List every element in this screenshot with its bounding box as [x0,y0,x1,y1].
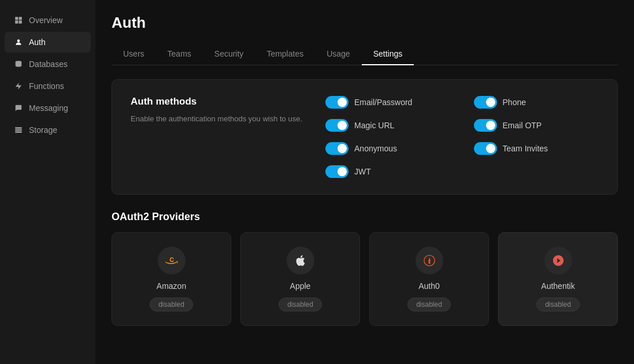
toggle-anonymous[interactable] [325,142,348,155]
sidebar-item-storage[interactable]: Storage [5,120,91,140]
provider-card-apple[interactable]: Apple disabled [240,232,360,326]
svg-point-11 [428,262,431,264]
provider-name-auth0: Auth0 [418,281,440,291]
toggle-email-otp[interactable] [474,119,497,132]
overview-icon [14,16,23,25]
sidebar: Overview Auth Databases Functions Messag… [0,0,95,364]
page-title: Auth [112,14,618,32]
toggle-row-team-invites: Team Invites [474,142,599,155]
tab-settings[interactable]: Settings [362,43,414,65]
functions-icon [14,81,23,91]
toggle-magic-url[interactable] [325,119,348,132]
provider-card-authentik[interactable]: Authentik disabled [498,232,618,326]
toggle-row-email-otp: Email OTP [474,119,599,132]
toggle-team-invites[interactable] [474,142,497,155]
auth-methods-desc: Enable the authentication methods you wi… [131,113,302,125]
svg-rect-7 [15,127,22,128]
provider-name-amazon: Amazon [157,281,186,291]
svg-point-4 [17,39,20,42]
provider-card-auth0[interactable]: Auth0 disabled [369,232,489,326]
toggle-row-magic-url: Magic URL [325,119,450,132]
main-content: Auth UsersTeamsSecurityTemplatesUsageSet… [95,0,634,364]
messaging-icon [14,103,23,113]
toggle-row-email-password: Email/Password [325,96,450,109]
toggle-label-email-password: Email/Password [354,98,412,107]
auth-icon [14,38,23,47]
toggle-label-phone: Phone [503,98,526,107]
auth-methods-toggles: Email/Password Phone Magic URL Email OTP… [325,96,599,178]
apple-icon [287,247,314,274]
storage-icon [14,125,23,135]
toggle-row-jwt: JWT [325,165,450,178]
toggle-email-password[interactable] [325,96,348,109]
provider-name-authentik: Authentik [541,281,574,291]
auth0-icon [416,247,443,274]
sidebar-label-messaging: Messaging [29,103,68,113]
sidebar-label-storage: Storage [29,125,57,135]
sidebar-item-messaging[interactable]: Messaging [5,98,91,118]
svg-rect-2 [15,21,18,24]
sidebar-item-databases[interactable]: Databases [5,54,91,75]
databases-icon [14,60,23,69]
toggle-label-anonymous: Anonymous [354,144,397,153]
provider-status-authentik: disabled [536,298,580,311]
provider-name-apple: Apple [290,281,311,291]
tab-usage[interactable]: Usage [315,43,361,65]
toggle-row-phone: Phone [474,96,599,109]
auth-methods-card: Auth methods Enable the authentication m… [112,79,618,195]
sidebar-label-functions: Functions [29,81,64,91]
sidebar-item-auth[interactable]: Auth [5,32,91,53]
toggle-label-jwt: JWT [354,167,371,176]
provider-status-auth0: disabled [407,298,451,311]
oauth2-section-title: OAuth2 Providers [112,211,618,223]
authentik-icon [544,247,572,274]
toggle-label-team-invites: Team Invites [503,144,548,153]
provider-status-apple: disabled [279,298,322,311]
toggle-jwt[interactable] [325,165,348,178]
toggle-row-anonymous: Anonymous [325,142,450,155]
sidebar-label-databases: Databases [29,60,68,69]
auth-methods-left: Auth methods Enable the authentication m… [131,96,302,178]
toggle-label-email-otp: Email OTP [503,121,542,130]
svg-rect-0 [15,17,18,20]
svg-rect-3 [19,21,22,24]
sidebar-label-overview: Overview [29,16,62,25]
provider-status-amazon: disabled [150,298,193,311]
amazon-icon [158,247,186,274]
sidebar-item-functions[interactable]: Functions [5,76,91,96]
main-content-area: Auth methods Enable the authentication m… [95,65,634,340]
svg-rect-1 [19,17,22,20]
svg-marker-6 [16,83,22,90]
tab-teams[interactable]: Teams [156,43,203,65]
svg-rect-8 [15,129,22,131]
toggle-label-magic-url: Magic URL [354,121,394,130]
tab-security[interactable]: Security [203,43,255,65]
tab-users[interactable]: Users [112,43,156,65]
main-header: Auth UsersTeamsSecurityTemplatesUsageSet… [95,0,634,65]
tabs-nav: UsersTeamsSecurityTemplatesUsageSettings [112,43,618,65]
svg-rect-9 [15,131,22,132]
providers-grid: Amazon disabled Apple disabled Auth0 dis… [112,232,618,326]
sidebar-item-overview[interactable]: Overview [5,10,91,31]
sidebar-label-auth: Auth [29,38,46,47]
toggle-phone[interactable] [474,96,497,109]
auth-methods-title: Auth methods [131,96,302,107]
provider-card-amazon[interactable]: Amazon disabled [112,232,231,326]
tab-templates[interactable]: Templates [255,43,315,65]
